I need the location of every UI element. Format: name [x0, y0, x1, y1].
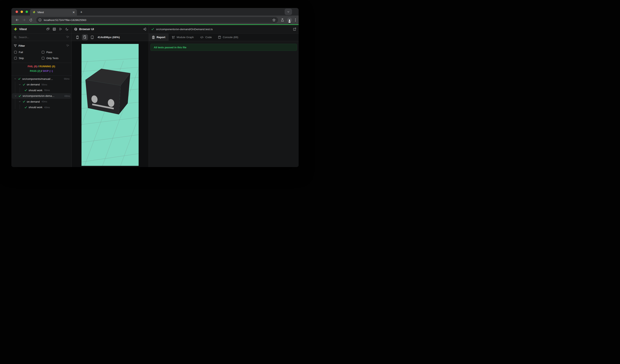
test-tree: src/components/manual/… 56ms on demand 5…: [11, 75, 72, 110]
pass-check-icon: [24, 89, 27, 91]
window-controls: [16, 11, 28, 13]
test-summary: FAIL (0) / RUNNING (0) PASS (2) / SKIP (…: [11, 63, 72, 75]
forward-button[interactable]: [21, 18, 27, 22]
bookmark-star-icon[interactable]: [272, 18, 276, 22]
reload-button[interactable]: [27, 18, 34, 22]
pass-check-icon: [24, 106, 27, 109]
pass-check-icon: [151, 28, 154, 30]
dashboard-windows-icon[interactable]: [46, 28, 50, 31]
report-panel: src/components/on-demand/OnDemand.test.t…: [149, 25, 299, 167]
url-text[interactable]: localhost:5173/#/?file=1828625563: [44, 19, 272, 22]
close-window-button[interactable]: [16, 11, 18, 13]
site-info-icon[interactable]: [38, 18, 42, 22]
browser-toolbar: localhost:5173/#/?file=1828625563: [11, 15, 299, 24]
filter-fail-checkbox[interactable]: Fail: [14, 50, 41, 54]
filter-pass-checkbox[interactable]: Pass: [41, 50, 69, 54]
open-panel-right-icon[interactable]: [143, 28, 146, 31]
preview-title: Browser UI: [79, 28, 143, 31]
chevron-down-icon[interactable]: [18, 84, 21, 86]
checkbox[interactable]: [14, 51, 17, 54]
tab-title: Vitest: [37, 11, 72, 14]
report-content: All tests passed in this file: [149, 44, 299, 51]
vitest-ui: Vitest: [11, 25, 299, 167]
tab-search-chevron-button[interactable]: [285, 9, 292, 15]
tab-report[interactable]: Report: [149, 33, 169, 41]
maximize-window-button[interactable]: [26, 11, 28, 13]
checkbox[interactable]: [42, 51, 44, 54]
tested-app-iframe[interactable]: [81, 44, 139, 166]
all-tests-passed-banner: All tests passed in this file: [150, 44, 297, 51]
preview-header: Browser UI: [72, 25, 149, 33]
pass-check-icon: [23, 83, 25, 86]
search-input[interactable]: [19, 36, 66, 39]
sidebar-header: Vitest: [11, 25, 72, 33]
app-title: Vitest: [19, 28, 46, 31]
device-tablet-button[interactable]: [89, 34, 95, 40]
browser-menu-icon[interactable]: [295, 18, 296, 22]
back-button[interactable]: [14, 18, 21, 22]
external-link-icon[interactable]: [293, 28, 296, 31]
chevron-down-icon[interactable]: [18, 101, 21, 102]
browser-preview-panel: Browser UI 414x896px (68%): [72, 25, 149, 167]
pass-check-icon: [18, 95, 21, 97]
tree-file-row-selected[interactable]: src/components/on-dema… 43ms: [12, 93, 71, 99]
tab-code[interactable]: Code: [197, 33, 215, 41]
device-large-phone-button[interactable]: [82, 34, 88, 40]
dark-mode-moon-icon[interactable]: [65, 28, 69, 31]
chevron-down-icon[interactable]: [14, 78, 16, 80]
preview-toolbar: 414x896px (68%): [72, 33, 149, 41]
filter-title: Filter: [19, 44, 66, 47]
labs-flask-icon[interactable]: [281, 18, 284, 22]
tab-console[interactable]: Console (69): [215, 33, 241, 41]
code-icon: [200, 36, 203, 39]
tree-test-row[interactable]: should work 55ms: [11, 87, 72, 93]
profile-avatar[interactable]: [287, 17, 292, 23]
clear-filter-icon[interactable]: [66, 36, 69, 39]
search-icon: [14, 36, 17, 39]
report-file-path: src/components/on-demand/OnDemand.test.t…: [156, 28, 293, 31]
pass-check-icon: [18, 78, 21, 80]
tree-file-row[interactable]: src/components/manual/… 56ms: [11, 76, 72, 82]
tab-module-graph[interactable]: Module Graph: [169, 33, 197, 41]
clipboard-icon: [152, 36, 155, 39]
filter-only-tests-checkbox[interactable]: Only Tests: [41, 56, 69, 60]
console-icon: [218, 36, 221, 39]
new-tab-button[interactable]: +: [78, 10, 84, 15]
module-graph-icon: [172, 36, 175, 39]
browser-tabstrip: Vitest ✕ +: [11, 8, 299, 15]
browser-tab[interactable]: Vitest ✕: [30, 9, 77, 15]
filter-section: Filter Fail Pass: [11, 41, 72, 63]
vitest-logo-icon: [14, 28, 17, 31]
report-tabs: Report Module Graph Code: [149, 33, 299, 41]
report-layout-icon[interactable]: [52, 28, 56, 31]
report-header: src/components/on-demand/OnDemand.test.t…: [149, 25, 299, 33]
checkbox[interactable]: [14, 57, 17, 59]
preview-content: [72, 41, 149, 167]
checkbox[interactable]: [42, 57, 44, 59]
tab-close-icon[interactable]: ✕: [72, 11, 75, 14]
address-bar[interactable]: localhost:5173/#/?file=1828625563: [36, 17, 278, 23]
chevron-down-icon[interactable]: [14, 95, 17, 97]
filter-skip-checkbox[interactable]: Skip: [14, 56, 41, 60]
search-row: [11, 33, 72, 41]
sidebar: Vitest: [11, 25, 72, 167]
pass-check-icon: [23, 100, 25, 103]
clear-filter-icon[interactable]: [66, 44, 69, 47]
run-all-play-icon[interactable]: [59, 28, 63, 31]
toolbar-right-icons: [281, 17, 296, 23]
device-small-phone-button[interactable]: [75, 34, 80, 40]
filter-funnel-icon: [14, 44, 17, 47]
tree-suite-row[interactable]: on demand 43ms: [11, 99, 72, 104]
minimize-window-button[interactable]: [21, 11, 23, 13]
viewport-size-label: 414x896px (68%): [98, 36, 120, 39]
browser-window: Vitest ✕ + localhost:5173/#/?file=182862…: [11, 8, 299, 167]
tree-test-row[interactable]: should work 43ms: [11, 104, 72, 110]
globe-icon: [74, 28, 77, 31]
vitest-favicon-icon: [32, 11, 36, 14]
tree-suite-row[interactable]: on demand 56ms: [11, 82, 72, 87]
